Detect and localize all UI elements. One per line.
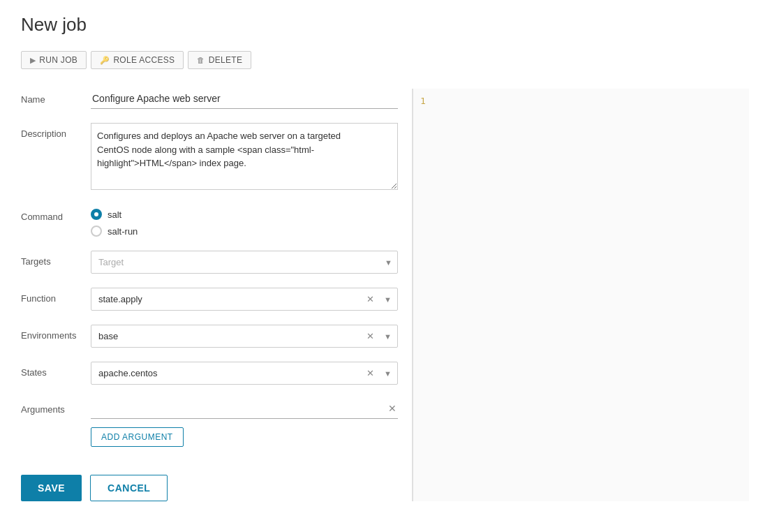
environments-control: base ✕ ▼	[91, 325, 398, 348]
line-number: 1	[420, 96, 426, 106]
toolbar: ▶ RUN JOB 🔑 ROLE ACCESS 🗑 DELETE	[21, 51, 749, 69]
environments-select-wrapper: base ✕ ▼	[91, 325, 398, 348]
description-control: Configures and deploys an Apache web ser…	[91, 123, 398, 192]
radio-salt-run-label: salt-run	[108, 226, 138, 237]
description-input[interactable]: Configures and deploys an Apache web ser…	[91, 123, 398, 190]
delete-button[interactable]: 🗑 DELETE	[188, 51, 251, 69]
environments-row: Environments base ✕ ▼	[21, 325, 398, 348]
delete-icon: 🗑	[197, 56, 205, 64]
form-left: Name Description Configures and deploys …	[21, 89, 412, 501]
arguments-control: ✕	[91, 399, 398, 419]
function-value: state.apply	[91, 288, 362, 310]
function-control: state.apply ✕ ▼	[91, 288, 398, 311]
function-clear-icon[interactable]: ✕	[362, 294, 378, 304]
function-dropdown-icon[interactable]: ▼	[378, 295, 397, 304]
arguments-row: Arguments ✕	[21, 399, 398, 419]
radio-salt-label: salt	[108, 209, 121, 220]
states-control: apache.centos ✕ ▼	[91, 362, 398, 385]
states-select-wrapper: apache.centos ✕ ▼	[91, 362, 398, 385]
targets-row: Targets Target ▼	[21, 251, 398, 274]
command-control: salt salt-run	[91, 206, 398, 237]
name-label: Name	[21, 89, 91, 105]
page-container: New job ▶ RUN JOB 🔑 ROLE ACCESS 🗑 DELETE…	[0, 0, 770, 532]
targets-select-wrapper: Target ▼	[91, 251, 398, 274]
description-label: Description	[21, 123, 91, 139]
role-access-button[interactable]: 🔑 ROLE ACCESS	[91, 51, 184, 69]
states-value: apache.centos	[91, 362, 362, 384]
run-job-icon: ▶	[30, 56, 36, 65]
function-select-wrapper: state.apply ✕ ▼	[91, 288, 398, 311]
command-row: Command salt salt-run	[21, 206, 398, 237]
environments-label: Environments	[21, 325, 91, 341]
form-area: Name Description Configures and deploys …	[21, 89, 749, 501]
states-label: States	[21, 362, 91, 378]
description-row: Description Configures and deploys an Ap…	[21, 123, 398, 192]
arguments-label: Arguments	[21, 399, 91, 415]
function-label: Function	[21, 288, 91, 304]
name-row: Name	[21, 89, 398, 109]
environments-clear-icon[interactable]: ✕	[362, 331, 378, 341]
arguments-clear-icon[interactable]: ✕	[388, 403, 397, 414]
environments-value: base	[91, 325, 362, 347]
states-row: States apache.centos ✕ ▼	[21, 362, 398, 385]
footer-buttons: SAVE CANCEL	[21, 475, 398, 501]
radio-salt-run[interactable]: salt-run	[91, 226, 398, 237]
environments-dropdown-icon[interactable]: ▼	[378, 332, 397, 341]
targets-control: Target ▼	[91, 251, 398, 274]
cancel-button[interactable]: CANCEL	[90, 475, 168, 501]
radio-salt-circle	[91, 209, 102, 220]
role-access-icon: 🔑	[100, 56, 110, 65]
radio-salt-run-circle	[91, 226, 102, 237]
states-clear-icon[interactable]: ✕	[362, 368, 378, 378]
name-control	[91, 89, 398, 109]
editor-panel: 1	[412, 89, 749, 501]
run-job-button[interactable]: ▶ RUN JOB	[21, 51, 87, 69]
targets-select[interactable]: Target	[91, 251, 398, 274]
save-button[interactable]: SAVE	[21, 475, 82, 501]
radio-salt[interactable]: salt	[91, 209, 398, 220]
page-title: New job	[21, 14, 749, 36]
add-argument-button[interactable]: ADD ARGUMENT	[91, 427, 184, 447]
command-radio-group: salt salt-run	[91, 206, 398, 237]
name-input[interactable]	[91, 89, 398, 109]
targets-label: Targets	[21, 251, 91, 267]
arguments-input[interactable]	[91, 399, 398, 419]
add-argument-area: ADD ARGUMENT	[21, 427, 398, 447]
states-dropdown-icon[interactable]: ▼	[378, 369, 397, 378]
command-label: Command	[21, 206, 91, 222]
function-row: Function state.apply ✕ ▼	[21, 288, 398, 311]
